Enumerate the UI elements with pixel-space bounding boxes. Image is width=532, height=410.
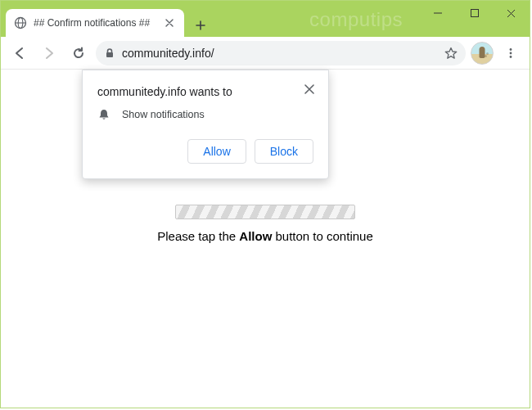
titlebar: computips ## Confirm notifications ##	[1, 1, 530, 37]
new-tab-button[interactable]	[189, 14, 212, 37]
address-bar[interactable]	[96, 41, 466, 65]
page-content: communitedy.info wants to Show notificat…	[1, 70, 530, 408]
page-message-pre: Please tap the	[157, 229, 239, 243]
window-minimize-button[interactable]	[419, 1, 456, 25]
permission-entry-label: Show notifications	[122, 109, 205, 120]
permission-title: communitedy.info wants to	[97, 85, 313, 98]
lock-icon	[104, 47, 115, 59]
forward-button[interactable]	[37, 41, 61, 65]
svg-rect-4	[471, 10, 478, 17]
page-message-bold: Allow	[239, 229, 272, 243]
window-maximize-button[interactable]	[456, 1, 493, 25]
globe-icon	[14, 16, 27, 29]
browser-window: computips ## Confirm notifications ##	[0, 0, 530, 408]
reload-button[interactable]	[66, 41, 91, 65]
bookmark-star-icon[interactable]	[444, 47, 458, 60]
bell-icon	[97, 108, 110, 121]
tabstrip: ## Confirm notifications ##	[1, 1, 212, 37]
window-close-button[interactable]	[493, 1, 530, 25]
page-message: Please tap the Allow button to continue	[1, 229, 530, 243]
block-button[interactable]: Block	[255, 139, 313, 164]
tab-title: ## Confirm notifications ##	[34, 17, 156, 29]
chrome-menu-button[interactable]	[498, 41, 523, 65]
window-controls	[419, 1, 530, 25]
notification-permission-popup: communitedy.info wants to Show notificat…	[82, 70, 329, 179]
page-body: Please tap the Allow button to continue	[1, 205, 530, 243]
svg-point-7	[510, 52, 512, 54]
back-button[interactable]	[7, 41, 32, 65]
svg-rect-5	[106, 52, 113, 57]
toolbar	[1, 37, 530, 70]
profile-avatar[interactable]	[471, 42, 494, 65]
allow-button[interactable]: Allow	[187, 139, 246, 164]
url-input[interactable]	[122, 47, 438, 60]
watermark: computips	[309, 8, 403, 31]
tab-close-button[interactable]	[163, 16, 176, 29]
svg-point-6	[510, 48, 512, 51]
permission-entry: Show notifications	[97, 108, 313, 121]
active-tab[interactable]: ## Confirm notifications ##	[6, 9, 184, 37]
progress-bar	[175, 205, 355, 219]
popup-close-button[interactable]	[302, 82, 317, 97]
permission-actions: Allow Block	[97, 139, 313, 164]
svg-point-8	[510, 56, 512, 58]
page-message-post: button to continue	[272, 229, 372, 243]
